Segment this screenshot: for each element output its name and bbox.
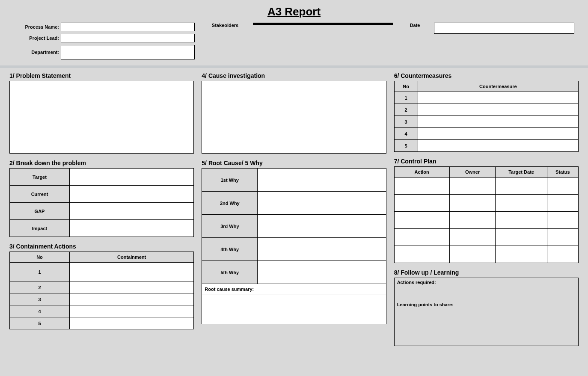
five-why-table: 1st Why 2nd Why 3rd Why 4th Why 5th Why … [202, 168, 386, 324]
current-label: Current [10, 186, 70, 203]
plan-owner[interactable] [449, 195, 496, 212]
containment-val[interactable] [70, 281, 194, 293]
current-value[interactable] [70, 186, 194, 203]
plan-status[interactable] [547, 246, 578, 263]
plan-status[interactable] [547, 195, 578, 212]
project-lead-label: Project Lead: [14, 36, 61, 41]
section-5-title: 5/ Root Cause/ 5 Why [202, 160, 386, 166]
plan-col-action: Action [394, 167, 449, 178]
impact-value[interactable] [70, 220, 194, 237]
containment-no: 2 [10, 281, 70, 293]
department-label: Department: [14, 50, 61, 55]
plan-target[interactable] [496, 212, 547, 229]
why5-label: 5th Why [202, 261, 258, 284]
containment-val[interactable] [70, 305, 194, 317]
gap-value[interactable] [70, 203, 194, 220]
root-summary-label: Root cause summary: [202, 284, 386, 294]
divider [0, 65, 588, 68]
learning-points-label: Learning points to share: [397, 302, 576, 307]
containment-no: 4 [10, 305, 70, 317]
plan-col-target: Target Date [496, 167, 547, 178]
breakdown-table: Target Current GAP Impact [9, 168, 194, 237]
why3-label: 3rd Why [202, 215, 258, 238]
cm-no: 5 [394, 140, 418, 152]
plan-target[interactable] [496, 178, 547, 195]
why2-label: 2nd Why [202, 192, 258, 215]
cm-no: 1 [394, 92, 418, 104]
plan-status[interactable] [547, 178, 578, 195]
why2-value[interactable] [258, 192, 386, 215]
why1-value[interactable] [258, 169, 386, 192]
cause-investigation-box[interactable] [202, 81, 386, 154]
cm-val[interactable] [418, 92, 578, 104]
plan-status[interactable] [547, 229, 578, 246]
plan-target[interactable] [496, 229, 547, 246]
plan-status[interactable] [547, 212, 578, 229]
containment-no: 5 [10, 317, 70, 329]
why3-value[interactable] [258, 215, 386, 238]
plan-action[interactable] [394, 195, 449, 212]
column-3: 6/ Countermeasures NoCountermeasure 1 2 … [394, 72, 579, 346]
countermeasures-table: NoCountermeasure 1 2 3 4 5 [394, 81, 579, 152]
project-lead-input[interactable] [61, 34, 195, 42]
containment-col-label: Containment [70, 252, 194, 263]
cm-col-no: No [394, 81, 418, 92]
why4-label: 4th Why [202, 238, 258, 261]
section-4-title: 4/ Cause investigation [202, 72, 386, 79]
why4-value[interactable] [258, 238, 386, 261]
plan-action[interactable] [394, 229, 449, 246]
section-7-title: 7/ Control Plan [394, 158, 579, 165]
containment-col-no: No [10, 252, 70, 263]
column-2: 4/ Cause investigation 5/ Root Cause/ 5 … [202, 72, 386, 346]
control-plan-table: Action Owner Target Date Status [394, 166, 579, 263]
department-input[interactable] [61, 45, 195, 59]
header-area: Process Name: Project Lead: Department: … [5, 23, 583, 63]
cm-val[interactable] [418, 128, 578, 140]
cm-no: 3 [394, 116, 418, 128]
why1-label: 1st Why [202, 169, 258, 192]
plan-action[interactable] [394, 178, 449, 195]
containment-no: 3 [10, 293, 70, 305]
follow-up-box[interactable]: Actions required: Learning points to sha… [394, 278, 579, 346]
containment-val[interactable] [70, 317, 194, 329]
cm-val[interactable] [418, 116, 578, 128]
plan-owner[interactable] [449, 212, 496, 229]
cm-val[interactable] [418, 140, 578, 152]
section-1-title: 1/ Problem Statement [9, 72, 194, 79]
date-label: Date [410, 23, 431, 28]
section-6-title: 6/ Countermeasures [394, 72, 579, 79]
impact-label: Impact [10, 220, 70, 237]
cm-no: 4 [394, 128, 418, 140]
cm-col-label: Countermeasure [418, 81, 578, 92]
containment-val[interactable] [70, 263, 194, 281]
plan-target[interactable] [496, 246, 547, 263]
plan-target[interactable] [496, 195, 547, 212]
cm-no: 2 [394, 104, 418, 116]
problem-statement-box[interactable] [9, 81, 194, 154]
why5-value[interactable] [258, 261, 386, 284]
actions-required-label: Actions required: [397, 280, 576, 285]
section-3-title: 3/ Containment Actions [9, 243, 194, 250]
plan-owner[interactable] [449, 178, 496, 195]
gap-label: GAP [10, 203, 70, 220]
target-label: Target [10, 169, 70, 186]
plan-col-owner: Owner [449, 167, 496, 178]
date-input[interactable] [434, 23, 574, 34]
cm-val[interactable] [418, 104, 578, 116]
section-8-title: 8/ Follow up / Learning [394, 269, 579, 276]
plan-action[interactable] [394, 212, 449, 229]
plan-owner[interactable] [449, 246, 496, 263]
plan-action[interactable] [394, 246, 449, 263]
column-1: 1/ Problem Statement 2/ Break down the p… [9, 72, 194, 346]
section-2-title: 2/ Break down the problem [9, 160, 194, 166]
containment-table: NoContainment 1 2 3 4 5 [9, 252, 194, 329]
root-summary-value[interactable] [202, 294, 386, 324]
process-name-input[interactable] [61, 23, 195, 31]
target-value[interactable] [70, 169, 194, 186]
containment-val[interactable] [70, 293, 194, 305]
stakeholders-label: Stakeolders [212, 23, 250, 28]
process-name-label: Process Name: [14, 24, 61, 30]
stakeholder-input[interactable] [253, 25, 393, 25]
plan-col-status: Status [547, 167, 578, 178]
plan-owner[interactable] [449, 229, 496, 246]
